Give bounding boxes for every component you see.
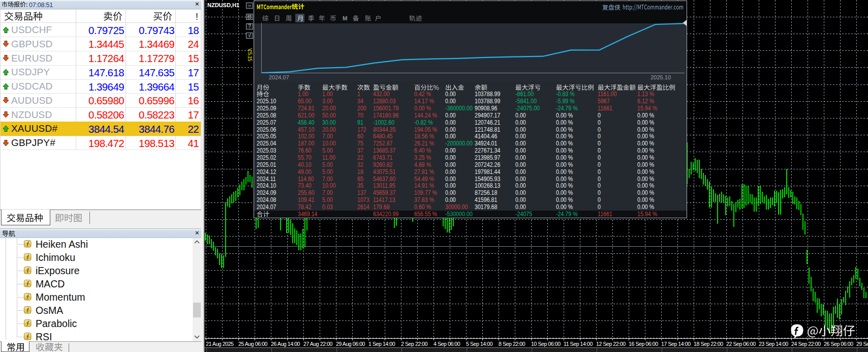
svg-text:26 Aug 14:00: 26 Aug 14:00 — [271, 341, 300, 347]
svg-text:17 Sep 14:00: 17 Sep 14:00 — [661, 341, 691, 347]
svg-text:29 Aug 06:00: 29 Aug 06:00 — [336, 341, 365, 347]
svg-text:26 Sep 06:00: 26 Sep 06:00 — [824, 341, 853, 347]
svg-text:5 Sep 14:00: 5 Sep 14:00 — [466, 341, 493, 347]
svg-text:4 Sep 06:00: 4 Sep 06:00 — [433, 341, 460, 347]
svg-text:8 Sep 22:00: 8 Sep 22:00 — [499, 341, 525, 347]
svg-text:18 Sep 22:00: 18 Sep 22:00 — [694, 341, 723, 347]
svg-text:2 Sep 22:00: 2 Sep 22:00 — [401, 341, 428, 347]
svg-text:12 Sep 22:00: 12 Sep 22:00 — [596, 341, 626, 347]
svg-text:10 Sep 06:00: 10 Sep 06:00 — [531, 341, 561, 347]
svg-text:2025.10: 2025.10 — [650, 74, 671, 80]
svg-text:25 Aug 06:00: 25 Aug 06:00 — [238, 341, 268, 347]
svg-text:1 Sep 14:00: 1 Sep 14:00 — [368, 341, 395, 347]
svg-text:29 Sep 14:00: 29 Sep 14:00 — [856, 341, 868, 347]
svg-text:2024.07: 2024.07 — [269, 74, 289, 80]
svg-text:22 Sep 06:00: 22 Sep 06:00 — [726, 341, 756, 347]
svg-text:24 Sep 22:00: 24 Sep 22:00 — [791, 341, 821, 347]
svg-text:16 Sep 06:00: 16 Sep 06:00 — [629, 341, 658, 347]
svg-text:23 Sep 14:00: 23 Sep 14:00 — [759, 341, 788, 347]
svg-text:11 Sep 14:00: 11 Sep 14:00 — [564, 341, 593, 347]
svg-text:27 Aug 22:00: 27 Aug 22:00 — [303, 341, 333, 347]
svg-text:21 Aug 2025: 21 Aug 2025 — [206, 341, 234, 347]
